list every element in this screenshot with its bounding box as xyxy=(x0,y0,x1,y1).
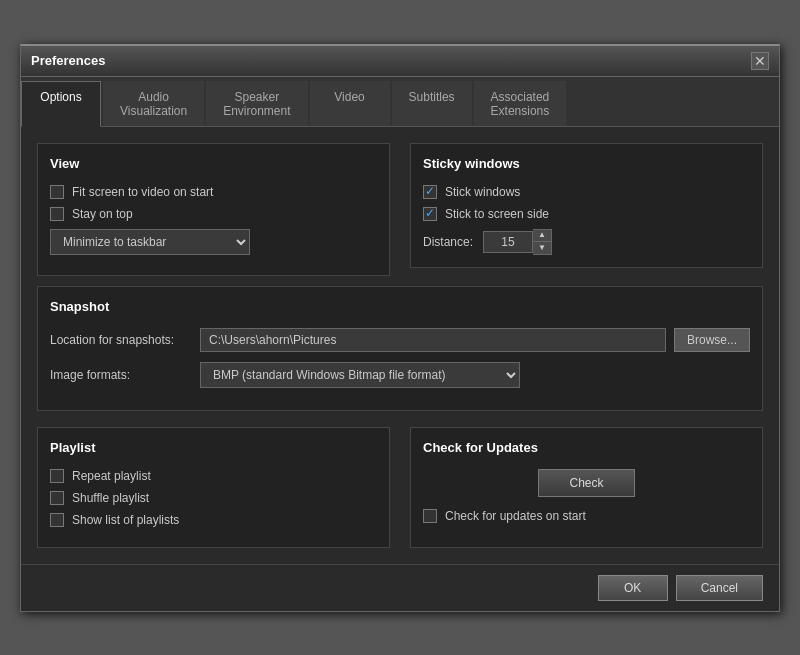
stick-windows-checkbox[interactable] xyxy=(423,185,437,199)
shuffle-playlist-row[interactable]: Shuffle playlist xyxy=(50,491,377,505)
updates-section: Check for Updates Check Check for update… xyxy=(410,427,763,548)
distance-row: Distance: ▲ ▼ xyxy=(423,229,750,255)
playlist-section: Playlist Repeat playlist Shuffle playlis… xyxy=(37,427,390,548)
spinner-up-button[interactable]: ▲ xyxy=(533,230,551,242)
tab-video[interactable]: Video xyxy=(310,81,390,126)
snapshot-section: Snapshot Location for snapshots: Browse.… xyxy=(37,286,763,411)
stick-screen-row[interactable]: Stick to screen side xyxy=(423,207,750,221)
repeat-playlist-row[interactable]: Repeat playlist xyxy=(50,469,377,483)
view-section: View Fit screen to video on start Stay o… xyxy=(37,143,390,276)
shuffle-playlist-checkbox[interactable] xyxy=(50,491,64,505)
dialog-title: Preferences xyxy=(31,53,105,68)
snapshot-location-row: Location for snapshots: Browse... xyxy=(50,328,750,352)
sticky-section-title: Sticky windows xyxy=(423,156,750,175)
shuffle-playlist-label: Shuffle playlist xyxy=(72,491,149,505)
repeat-playlist-checkbox[interactable] xyxy=(50,469,64,483)
tab-associated-extensions[interactable]: AssociatedExtensions xyxy=(474,81,567,126)
view-col: View Fit screen to video on start Stay o… xyxy=(37,143,390,286)
updates-section-title: Check for Updates xyxy=(423,440,750,459)
stay-on-top-label: Stay on top xyxy=(72,207,133,221)
snapshot-location-label: Location for snapshots: xyxy=(50,333,200,347)
stick-windows-row[interactable]: Stick windows xyxy=(423,185,750,199)
view-section-title: View xyxy=(50,156,377,175)
fit-screen-row[interactable]: Fit screen to video on start xyxy=(50,185,377,199)
show-playlists-checkbox[interactable] xyxy=(50,513,64,527)
ok-button[interactable]: OK xyxy=(598,575,668,601)
close-button[interactable]: ✕ xyxy=(751,52,769,70)
repeat-playlist-label: Repeat playlist xyxy=(72,469,151,483)
show-playlists-label: Show list of playlists xyxy=(72,513,179,527)
sticky-section: Sticky windows Stick windows Stick to sc… xyxy=(410,143,763,268)
tab-subtitles[interactable]: Subtitles xyxy=(392,81,472,126)
check-on-start-row[interactable]: Check for updates on start xyxy=(423,509,750,523)
tab-options[interactable]: Options xyxy=(21,81,101,127)
stick-windows-label: Stick windows xyxy=(445,185,520,199)
tab-speaker-environment[interactable]: SpeakerEnvironment xyxy=(206,81,307,126)
bottom-row: Playlist Repeat playlist Shuffle playlis… xyxy=(37,427,763,548)
check-updates-button[interactable]: Check xyxy=(538,469,634,497)
preferences-dialog: Preferences ✕ Options AudioVisualization… xyxy=(20,44,780,612)
stick-screen-label: Stick to screen side xyxy=(445,207,549,221)
minimize-dropdown-row: Minimize to taskbar Minimize to tray xyxy=(50,229,377,255)
content-area: View Fit screen to video on start Stay o… xyxy=(21,127,779,564)
snapshot-section-title: Snapshot xyxy=(50,299,750,318)
cancel-button[interactable]: Cancel xyxy=(676,575,763,601)
distance-spinner: ▲ ▼ xyxy=(483,229,552,255)
tab-bar: Options AudioVisualization SpeakerEnviro… xyxy=(21,77,779,127)
title-bar: Preferences ✕ xyxy=(21,46,779,77)
snapshot-format-select[interactable]: BMP (standard Windows Bitmap file format… xyxy=(200,362,520,388)
check-on-start-label: Check for updates on start xyxy=(445,509,586,523)
fit-screen-checkbox[interactable] xyxy=(50,185,64,199)
show-playlists-row[interactable]: Show list of playlists xyxy=(50,513,377,527)
stick-screen-checkbox[interactable] xyxy=(423,207,437,221)
snapshot-format-label: Image formats: xyxy=(50,368,200,382)
spinner-down-button[interactable]: ▼ xyxy=(533,242,551,254)
spinner-buttons: ▲ ▼ xyxy=(533,229,552,255)
snapshot-format-row: Image formats: BMP (standard Windows Bit… xyxy=(50,362,750,388)
sticky-col: Sticky windows Stick windows Stick to sc… xyxy=(410,143,763,286)
snapshot-location-input[interactable] xyxy=(200,328,666,352)
playlist-section-title: Playlist xyxy=(50,440,377,459)
tab-audio-visualization[interactable]: AudioVisualization xyxy=(103,81,204,126)
distance-label: Distance: xyxy=(423,235,473,249)
top-row: View Fit screen to video on start Stay o… xyxy=(37,143,763,286)
distance-input[interactable] xyxy=(483,231,533,253)
stay-on-top-checkbox[interactable] xyxy=(50,207,64,221)
browse-button[interactable]: Browse... xyxy=(674,328,750,352)
stay-on-top-row[interactable]: Stay on top xyxy=(50,207,377,221)
minimize-select[interactable]: Minimize to taskbar Minimize to tray xyxy=(50,229,250,255)
check-on-start-checkbox[interactable] xyxy=(423,509,437,523)
fit-screen-label: Fit screen to video on start xyxy=(72,185,213,199)
dialog-footer: OK Cancel xyxy=(21,564,779,611)
